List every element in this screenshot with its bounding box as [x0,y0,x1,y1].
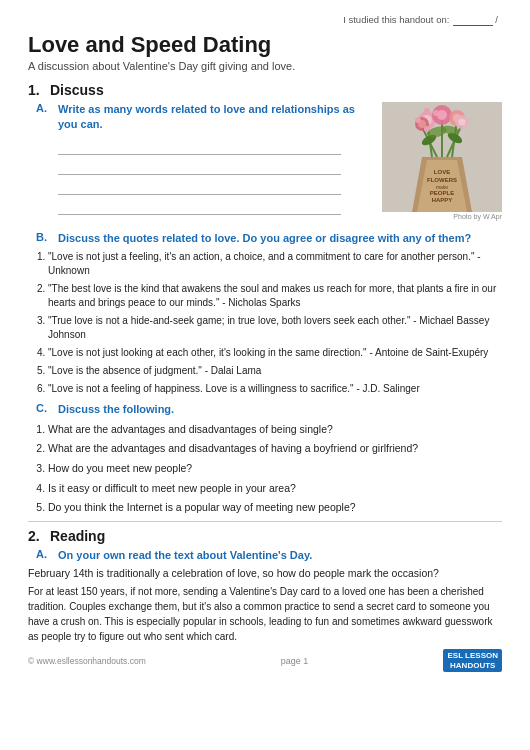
word-line-3 [58,179,341,195]
footer-website: © www.esllessonhandouts.com [28,656,146,666]
list-item: "Love is the absence of judgment." - Dal… [48,364,502,378]
footer-logo: ESL LESSON HANDOUTS [443,649,502,672]
page-title: Love and Speed Dating [28,32,502,58]
svg-text:FLOWERS: FLOWERS [427,177,457,183]
list-item: "Love is not just looking at each other,… [48,346,502,360]
flower-scene: LOVE FLOWERS make PEOPLE HAPPY [382,102,502,212]
list-item: What are the advantages and disadvantage… [48,441,502,456]
svg-text:LOVE: LOVE [434,169,450,175]
logo-line1: ESL LESSON [447,651,498,660]
section-1-num: 1. [28,82,50,98]
part-b-letter: B. [36,231,58,243]
word-line-4 [58,199,341,215]
section-2-title: Reading [50,528,105,544]
slash: / [495,14,498,26]
date-input[interactable] [453,14,493,26]
part-a-instruction: Write as many words related to love and … [58,103,355,130]
word-line-1 [58,139,341,155]
part-2a-letter: A. [36,548,58,560]
footer: © www.esllessonhandouts.com page 1 ESL L… [0,649,530,672]
section-1-title: Discuss [50,82,104,98]
photo-credit: Photo by W Apr [382,213,502,220]
footer-page: page 1 [281,656,309,666]
list-item: "The best love is the kind that awakens … [48,282,502,310]
logo-box: ESL LESSON HANDOUTS [443,649,502,672]
part-a-letter: A. [36,102,58,114]
page-subtitle: A discussion about Valentine's Day gift … [28,60,502,72]
svg-point-28 [415,117,421,123]
part-a: A. Write as many words related to love a… [28,102,502,223]
discussion-list: What are the advantages and disadvantage… [48,422,502,515]
list-item: How do you meet new people? [48,461,502,476]
section-2-num: 2. [28,528,50,544]
reading-question: February 14th is traditionally a celebra… [28,567,502,579]
part-b-instruction: Discuss the quotes related to love. Do y… [58,232,471,244]
part-c-letter: C. [36,402,58,414]
reading-body: For at least 150 years, if not more, sen… [28,584,502,644]
list-item: "Love is not a feeling of happiness. Lov… [48,382,502,396]
list-item: Do you think the Internet is a popular w… [48,500,502,515]
part-c: C. Discuss the following. What are the a… [28,402,502,515]
svg-text:PEOPLE: PEOPLE [430,190,454,196]
list-item: Is it easy or difficult to meet new peop… [48,481,502,496]
word-lines [58,139,372,215]
svg-point-25 [424,108,430,114]
flower-image-col: LOVE FLOWERS make PEOPLE HAPPY [382,102,502,220]
section-2: 2. Reading A. On your own read the text … [28,528,502,644]
section-1: 1. Discuss A. Write as many words relate… [28,82,502,515]
list-item: "True love is not a hide-and-seek game; … [48,314,502,342]
list-item: "Love is not just a feeling, it's an act… [48,250,502,278]
svg-text:HAPPY: HAPPY [432,197,453,203]
quotes-list: "Love is not just a feeling, it's an act… [48,250,502,396]
top-bar: I studied this handout on: / [28,14,502,26]
list-item: What are the advantages and disadvantage… [48,422,502,437]
part-c-instruction: Discuss the following. [58,403,174,415]
logo-line2: HANDOUTS [450,661,495,670]
word-line-2 [58,159,341,175]
part-b: B. Discuss the quotes related to love. D… [28,231,502,396]
svg-point-24 [459,119,466,126]
studied-label: I studied this handout on: [343,14,449,26]
part-2a-instruction: On your own read the text about Valentin… [58,549,312,561]
svg-point-26 [433,110,439,116]
section-divider [28,521,502,522]
